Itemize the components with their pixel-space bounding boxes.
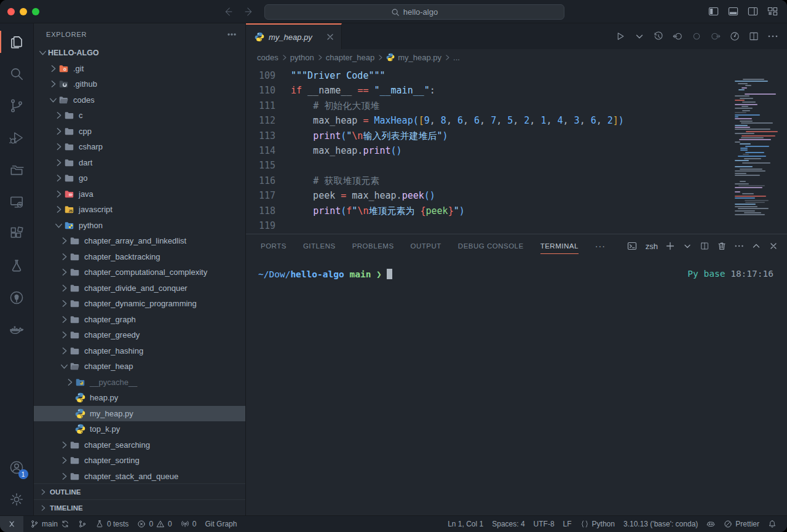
timeline-history-icon[interactable] [653,31,664,42]
tree-item-chapter-greedy[interactable]: chapter_greedy [34,327,245,343]
breadcrumb-item[interactable]: ... [453,53,460,62]
activitybar-run-and-debug[interactable] [0,122,34,154]
tree-item-cpp[interactable]: cpp [34,124,245,140]
tree-item-c[interactable]: c [34,108,245,124]
statusbar-git-graph-label[interactable]: Git Graph [200,516,241,532]
panel-tabs-more[interactable]: ··· [595,241,606,251]
navigate-forward-icon[interactable] [710,31,721,42]
kill-terminal-icon[interactable] [717,241,727,251]
tree-item-javascript[interactable]: JSjavascript [34,202,245,218]
tree-item-chapter-heap[interactable]: chapter_heap [34,359,245,375]
statusbar-git-graph-icon-item[interactable] [74,516,91,532]
customize-layout-icon[interactable] [767,6,778,17]
activitybar-source-control[interactable] [0,90,34,122]
tree-item--github[interactable]: .github [34,76,245,92]
statusbar-tests-status[interactable]: 0 tests [91,516,133,532]
explorer-more-actions-icon[interactable] [227,30,237,39]
panel-tab-output[interactable]: OUTPUT [411,234,441,258]
toggle-secondary-sidebar-icon[interactable] [747,6,759,17]
activitybar-folder-library[interactable] [0,154,34,186]
statusbar-encoding[interactable]: UTF-8 [529,516,559,532]
tree-item-heap-py[interactable]: heap.py [34,390,245,406]
close-tab-icon[interactable] [325,32,335,42]
tree-item-top-k-py[interactable]: top_k.py [34,421,245,437]
tree-item-chapter-hashing[interactable]: chapter_hashing [34,343,245,359]
sidebar-section-outline[interactable]: OUTLINE [34,483,245,499]
statusbar-eol[interactable]: LF [559,516,576,532]
minimap[interactable] [735,65,781,234]
activitybar-search[interactable] [0,58,34,90]
shell-terminal-icon[interactable] [627,241,637,251]
panel-tab-debug-console[interactable]: DEBUG CONSOLE [458,234,524,258]
statusbar-language-mode[interactable]: Python [576,516,619,532]
tree-item-chapter-array-and-linkedlist[interactable]: chapter_array_and_linkedlist [34,233,245,249]
panel-tab-terminal[interactable]: TERMINAL [540,234,579,258]
tree-item-chapter-sorting[interactable]: chapter_sorting [34,453,245,469]
split-editor-icon[interactable] [748,31,759,42]
tree-item-codes[interactable]: codes [34,92,245,108]
activitybar-github[interactable] [0,282,34,314]
breadcrumb-item[interactable]: chapter_heap [326,53,375,62]
statusbar-branch-status[interactable]: main [26,516,74,532]
terminal-profiles-icon[interactable] [682,241,692,251]
statusbar-problems-status[interactable]: 00 [133,516,176,532]
close-panel-icon[interactable] [769,241,778,251]
statusbar-python-interpreter[interactable]: 3.10.13 ('base': conda) [619,516,702,532]
sidebar-section-timeline[interactable]: TIMELINE [34,499,245,515]
toggle-primary-sidebar-icon[interactable] [708,6,719,17]
tree-item-chapter-dynamic-programming[interactable]: chapter_dynamic_programming [34,296,245,312]
breadcrumb-item[interactable]: my_heap.py [386,53,441,62]
panel-tab-problems[interactable]: PROBLEMS [352,234,394,258]
activitybar-extensions[interactable] [0,218,34,250]
statusbar-cursor-position[interactable]: Ln 1, Col 1 [443,516,488,532]
command-center-search[interactable]: hello-algo [264,4,564,20]
code-editor[interactable]: 109"""Driver Code"""110if __name__ == "_… [246,65,787,234]
statusbar-prettier-status[interactable]: Prettier [719,516,764,532]
run-python-file-icon[interactable] [615,31,626,42]
tree-item-my-heap-py[interactable]: my_heap.py [34,406,245,422]
tree-item-go[interactable]: go [34,170,245,186]
tree-item-chapter-stack-and-queue[interactable]: chapter_stack_and_queue [34,469,245,484]
panel-tab-ports[interactable]: PORTS [261,234,287,258]
navigate-back-icon[interactable] [672,31,683,42]
tree-item-csharp[interactable]: csharp [34,139,245,155]
activitybar-accounts[interactable]: 1 [0,451,34,483]
activitybar-explorer[interactable] [0,26,34,58]
maximize-panel-icon[interactable] [751,241,761,251]
tree-item--git[interactable]: .git [34,61,245,77]
tree-root-hello-algo[interactable]: HELLO-ALGO [34,45,245,61]
tree-item-dart[interactable]: dart [34,155,245,171]
breadcrumb-item[interactable]: codes [257,53,279,62]
nav-circle-icon[interactable] [691,31,702,42]
tab-my-heap-py[interactable]: my_heap.py [246,23,342,49]
tree-item--pycache-[interactable]: __pycache__ [34,375,245,391]
panel-more-actions-icon[interactable] [734,241,744,251]
new-terminal-icon[interactable] [665,241,675,251]
statusbar-indentation[interactable]: Spaces: 4 [488,516,529,532]
activitybar-docker[interactable] [0,314,34,346]
tree-item-chapter-searching[interactable]: chapter_searching [34,437,245,453]
tree-item-chapter-divide-and-conquer[interactable]: chapter_divide_and_conquer [34,280,245,296]
tree-item-chapter-computational-complexity[interactable]: chapter_computational_complexity [34,264,245,280]
tree-item-chapter-backtracking[interactable]: chapter_backtracking [34,249,245,265]
activitybar-remote-explorer[interactable] [0,186,34,218]
editor-more-actions-icon[interactable] [767,31,778,42]
statusbar-ports-status[interactable]: 0 [176,516,201,532]
panel-tab-gitlens[interactable]: GITLENS [303,234,336,258]
split-terminal-icon[interactable] [700,241,710,251]
tree-item-chapter-graph[interactable]: chapter_graph [34,312,245,328]
statusbar-notifications[interactable] [764,516,781,532]
breadcrumb-item[interactable]: python [290,53,314,62]
tree-item-python[interactable]: python [34,218,245,234]
statusbar-remote-indicator[interactable] [0,516,23,532]
run-or-debug-icon[interactable] [729,31,740,42]
activitybar-settings[interactable] [0,483,34,515]
zoom-window-button[interactable] [32,8,39,15]
run-dropdown-icon[interactable] [634,31,645,42]
close-window-button[interactable] [7,8,15,15]
minimize-window-button[interactable] [20,8,27,15]
statusbar-copilot-status[interactable] [702,516,719,532]
terminal[interactable]: ~/Dow/hello-algo main ❯ Py base 18:17:16 [246,258,787,515]
activitybar-testing[interactable] [0,250,34,282]
toggle-panel-icon[interactable] [727,6,739,17]
